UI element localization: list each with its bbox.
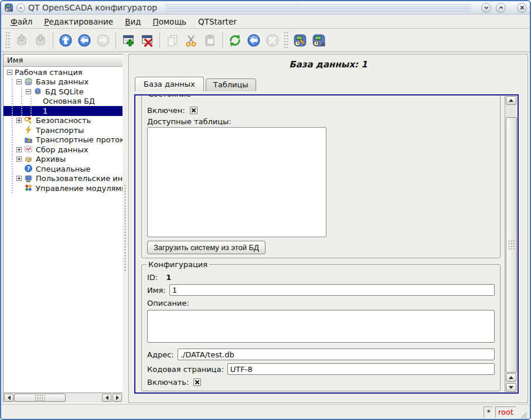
tree-item-db-1[interactable]: 1: [4, 106, 122, 116]
tree-guides: [4, 135, 15, 145]
tree-item-workstation[interactable]: Рабочая станция: [4, 67, 122, 77]
tree-item-security[interactable]: Безопасность: [4, 116, 122, 126]
tree-item-databases[interactable]: Базы данных: [4, 77, 122, 87]
scrollbar-thumb[interactable]: [14, 394, 66, 402]
menu-qtstarter[interactable]: QTStarter: [192, 16, 243, 28]
load-system-button[interactable]: Загрузить систему из этой БД: [147, 241, 266, 254]
paste-icon: [203, 33, 217, 47]
id-value: 1: [166, 273, 171, 282]
resize-grip-icon[interactable]: [519, 410, 527, 419]
refresh-button[interactable]: [226, 32, 244, 49]
tree-guides: [4, 116, 15, 126]
close-button[interactable]: [517, 3, 527, 13]
scroll-left-button[interactable]: [4, 394, 13, 402]
expand-icon[interactable]: [16, 118, 22, 123]
tree-item-module-management[interactable]: Управление модулями: [4, 183, 122, 193]
codepage-input[interactable]: [227, 363, 495, 375]
shade-button[interactable]: [481, 3, 491, 13]
nav-up-icon: [59, 33, 73, 47]
menu-file[interactable]: Файл: [5, 16, 38, 28]
enable-checkbox[interactable]: [193, 378, 201, 386]
start-icon: [247, 33, 261, 47]
toolbar-separator: [159, 32, 160, 49]
expand-icon[interactable]: [16, 176, 22, 181]
tables-listbox[interactable]: [147, 127, 326, 237]
add-item-button[interactable]: [120, 32, 137, 49]
tree-item-data-acquisition[interactable]: Сбор данных: [4, 145, 122, 155]
tree-item-label: Безопасность: [36, 116, 91, 125]
menubar: ФайлРедактированиеВидПомощьQTStarter: [1, 15, 530, 29]
tab-tables[interactable]: Таблицы: [206, 78, 256, 91]
toolbar-handle[interactable]: [284, 32, 289, 49]
collapse-icon[interactable]: [7, 70, 12, 75]
tab-database[interactable]: База данных: [135, 77, 204, 91]
pin-button[interactable]: [16, 4, 25, 12]
expand-icon[interactable]: [16, 147, 22, 152]
tree-item-transports[interactable]: Транспорты: [4, 125, 122, 135]
tree-item-archives[interactable]: Архивы: [4, 155, 122, 165]
key-icon: [24, 116, 33, 125]
scroll-right-button[interactable]: [113, 394, 122, 402]
address-label: Адрес:: [147, 350, 174, 359]
chevron-down-icon: [484, 4, 489, 12]
db-load-icon: [15, 33, 29, 47]
box-icon: [24, 155, 33, 164]
back-button[interactable]: [76, 32, 93, 49]
menu-view[interactable]: Вид: [119, 16, 147, 28]
load-from-db-button: [13, 32, 30, 49]
navigation-tree-panel: Имя Рабочая станцияБазы данныхБД SQLiteО…: [3, 54, 123, 403]
delete-item-button[interactable]: [138, 32, 156, 49]
form-vertical-scrollbar[interactable]: [505, 95, 518, 392]
app-window: QT OpenSCADA конфигуратор ФайлРедактиров…: [0, 0, 531, 420]
description-label: Описание:: [147, 299, 189, 308]
up-button[interactable]: [57, 32, 74, 49]
tab-bar: База данныхТаблицы: [135, 77, 527, 91]
titlebar: QT OpenSCADA конфигуратор: [1, 1, 530, 15]
refresh-icon: [228, 33, 242, 47]
qtstarter-tools-button[interactable]: [310, 32, 328, 49]
tree-guides: [4, 145, 15, 155]
tree-item-label: Специальные: [36, 165, 91, 173]
scrollbar-groove[interactable]: [506, 105, 517, 117]
enabled-checkbox[interactable]: [190, 107, 198, 114]
maximize-button[interactable]: [496, 3, 506, 13]
start-button[interactable]: [245, 32, 263, 49]
tree-guides: [4, 77, 15, 87]
tree-item-user-interfaces[interactable]: Пользовательские интерфейсы: [4, 174, 122, 184]
collapse-icon[interactable]: [26, 89, 31, 94]
grip-icon: [35, 395, 45, 401]
tree-horizontal-scrollbar[interactable]: [4, 392, 122, 402]
scrollbar-thumb[interactable]: [506, 117, 517, 373]
scroll-up-button-2[interactable]: [506, 373, 516, 382]
menu-edit[interactable]: Редактирование: [38, 16, 119, 28]
titlebar-stripes: [165, 4, 471, 11]
tree-item-transport-protocols[interactable]: Транспортные протоколы: [4, 135, 122, 145]
description-textarea[interactable]: [147, 310, 495, 343]
collapse-icon[interactable]: [16, 79, 22, 84]
toolbar-handle[interactable]: [5, 32, 11, 49]
copy-button: [164, 32, 181, 49]
tree-item-label: Архивы: [36, 155, 66, 163]
tree-item-db-sqlite[interactable]: БД SQLite: [4, 87, 122, 97]
tree-item-main-db[interactable]: Основная БД: [4, 97, 122, 107]
panel-splitter[interactable]: [123, 54, 128, 403]
scrollbar-track[interactable]: [66, 393, 101, 402]
tree-view: Рабочая станцияБазы данныхБД SQLiteОснов…: [4, 67, 122, 392]
name-input[interactable]: [169, 284, 495, 296]
form-scroll-area: Состояние Включен: Доступные таблицы: За…: [134, 94, 519, 394]
menu-help[interactable]: Помощь: [147, 16, 193, 28]
arrow-right-icon: [116, 395, 119, 400]
qtstarter-config-button[interactable]: [291, 32, 309, 49]
cut-button[interactable]: [182, 32, 200, 49]
scroll-up-button[interactable]: [506, 96, 516, 105]
address-input[interactable]: [178, 349, 495, 360]
statusbar: * root: [1, 404, 530, 419]
expand-icon[interactable]: [16, 156, 22, 162]
scroll-left-button-2[interactable]: [102, 394, 111, 402]
tree-item-label: Пользовательские интерфейсы: [36, 174, 122, 183]
tree-item-special[interactable]: ?Специальные: [4, 164, 122, 174]
content-panel: База данных: 1 База данныхТаблицы Состоя…: [128, 54, 528, 403]
user-badge: root: [495, 407, 516, 418]
qts-config-icon: [293, 33, 307, 47]
scroll-down-button[interactable]: [506, 383, 516, 392]
